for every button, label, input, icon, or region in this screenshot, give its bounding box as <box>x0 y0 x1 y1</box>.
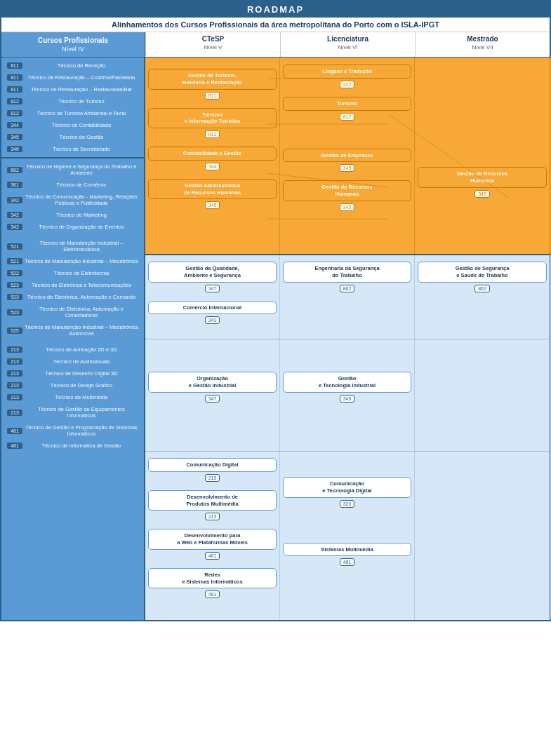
est-sub2-grid: Organizaçãoe Gestão Industrial 347 Gestã… <box>145 339 550 452</box>
esg-lic-col: Línguas e Tradução 222 Turismo 812 <box>280 58 415 254</box>
badge-345d: 345 <box>474 190 490 198</box>
mest-nivel: Nível VII <box>417 44 548 50</box>
est-sub3-mest <box>415 452 550 620</box>
est-sub1-lic: Engenharia da Segurançado Trabalho 862 <box>280 255 415 339</box>
box-dev-web: Desenvolvimento paraa Web e Plataformas … <box>148 529 277 550</box>
course-item: 521 Técnico de Manutenção Industrial – M… <box>4 256 141 266</box>
course-item: 812 Técnico de Turismo Ambiental e Rural <box>4 108 141 119</box>
box-turismo-info: Turismoe Informação Turística <box>148 108 277 129</box>
course-item: 812 Técnico de Turismo <box>4 96 141 107</box>
header-cursos: Cursos Profissionais Nível IV <box>1 32 145 57</box>
lic-label: Licenciatura <box>282 35 413 43</box>
left-panel: 811 Técnico de Receção 811 Técnico de Re… <box>1 58 145 620</box>
box-gestao-turismo: Gestão de Turismo,Hotelaria e Restauraçã… <box>148 69 277 90</box>
course-item: 213 Técnico de Design Gráfico <box>4 380 141 391</box>
box-turismo: Turismo <box>283 97 411 111</box>
course-item: 346 Técnico de Secretariado <box>4 144 141 154</box>
header-licenciatura: Licenciatura Nível VI <box>280 32 415 57</box>
badge-222: 222 <box>340 81 355 88</box>
est-sub3-grid: Comunicação Digital 213 Desenvolvimento … <box>145 452 550 620</box>
badge-213b: 213 <box>205 513 220 520</box>
course-item: 862 Técnico de Higiene e Segurança do Tr… <box>4 161 141 178</box>
cursos-label: Cursos Profissionais <box>4 36 142 44</box>
esg-courses-left: 811 Técnico de Receção 811 Técnico de Re… <box>1 58 144 157</box>
course-item: 342 Técnico de Organização de Eventos <box>4 222 141 232</box>
course-item: 523 Técnico de Eletrónica, Automação e C… <box>4 304 141 320</box>
badge-347b: 347 <box>205 395 220 403</box>
course-item: 811 Técnico de Restauração – Restaurante… <box>4 84 141 95</box>
course-item: 481 Técnico de Informática de Gestão <box>4 440 141 451</box>
box-gestao-tec-ind: Gestãoe Tecnologia Industrial <box>283 372 411 393</box>
course-item: 525 Técnico de Manutenção Industrial – M… <box>4 322 141 339</box>
badge-345b: 345 <box>340 164 355 172</box>
badge-344: 344 <box>205 163 220 170</box>
ctesp-nivel: Nível V <box>147 44 279 50</box>
est-sub2-ctesp: Organizaçãoe Gestão Industrial 347 <box>145 339 280 451</box>
badge-345: 345 <box>205 201 220 209</box>
box-sistemas-mult: Sistemas Multimédia <box>283 543 411 557</box>
badge-481a: 481 <box>205 552 220 560</box>
est-courses-3: 213 Técnico de Animação 2D e 3D 213 Técn… <box>1 342 144 454</box>
course-item: 213 Técnico de Gestão de Equipamentos In… <box>4 404 141 421</box>
badge-862b: 862 <box>474 285 490 292</box>
box-linguas-traducao: Línguas e Tradução <box>283 65 411 79</box>
course-item: 344 Técnico de Contabilidade <box>4 120 141 130</box>
mest-label: Mestrado <box>417 35 548 43</box>
course-item: 811 Técnico de Receção <box>4 60 141 71</box>
est-courses-1: 862 Técnico de Higiene e Segurança do Tr… <box>1 158 144 235</box>
box-gestao-empresas: Gestão de Empresas <box>283 149 411 163</box>
box-gestao-rh-mest: Gestão de RecursosHumanos <box>418 167 547 188</box>
badge-345c: 345 <box>340 203 355 211</box>
est-sub1-mest: Gestão de Segurançae Saúde do Trabalho 8… <box>415 255 550 339</box>
est-sub1-grid: Gestão da Qualidade,Ambiente e Segurança… <box>145 255 550 339</box>
box-com-digital: Comunicação Digital <box>148 458 277 472</box>
est-courses-2: 521 Técnico de Manutenção Industrial – E… <box>1 235 144 342</box>
est-sub2-mest <box>415 339 550 451</box>
badge-811: 811 <box>205 92 220 100</box>
badge-341: 341 <box>205 316 220 324</box>
box-redes-si: Redese Sistemas Informáticos <box>148 568 277 589</box>
box-comercio-int: Comércio Internacional <box>148 301 277 315</box>
title-text: ROADMAP <box>247 4 304 15</box>
lic-nivel: Nível VI <box>282 44 413 50</box>
box-gestao-rh: Gestão de RecursosHumanos <box>283 180 411 201</box>
badge-213a: 213 <box>205 474 220 482</box>
roadmap-container: ROADMAP Alinhamentos dos Cursos Profissi… <box>0 0 551 621</box>
box-gestao-qualidade: Gestão da Qualidade,Ambiente e Segurança <box>148 262 277 283</box>
course-item: 811 Técnico de Restauração – Cozinha/Pas… <box>4 72 141 83</box>
course-item: 522 Técnico de Eletrotecnia <box>4 268 141 278</box>
box-contabilidade-gestao: Contabilidade e Gestão <box>148 147 277 161</box>
box-gestao-adm: Gestão Administrativade Recursos Humanos <box>148 179 277 200</box>
badge-481c: 481 <box>340 558 355 566</box>
badge-345e: 345 <box>340 395 355 403</box>
header-ctesp: CTeSP Nível V <box>145 32 280 57</box>
course-item: 521 Técnico de Manutenção Industrial – E… <box>4 238 141 255</box>
course-item: 213 Técnico de Multimédia <box>4 392 141 403</box>
box-org-gestao-ind: Organizaçãoe Gestão Industrial <box>148 372 277 393</box>
course-item: 523 Técnico de Eletrónica, Automação e C… <box>4 292 141 302</box>
course-item: 481 Técnico de Gestão e Programação de S… <box>4 422 141 439</box>
roadmap-subtitle: Alinhamentos dos Cursos Profissionais da… <box>1 18 550 32</box>
badge-320: 320 <box>340 500 355 508</box>
est-section: Gestão da Qualidade,Ambiente e Segurança… <box>145 254 550 620</box>
course-item: 213 Técnico de Animação 2D e 3D <box>4 344 141 355</box>
main-content: 811 Técnico de Receção 811 Técnico de Re… <box>1 58 550 620</box>
esg-section: Gestão de Turismo,Hotelaria e Restauraçã… <box>145 58 550 254</box>
esg-grid: Gestão de Turismo,Hotelaria e Restauraçã… <box>145 58 550 254</box>
course-item: 213 Técnico de Audiovisuais <box>4 356 141 367</box>
est-sub2-lic: Gestãoe Tecnologia Industrial 345 <box>280 339 415 451</box>
cursos-nivel: Nível IV <box>4 46 142 53</box>
badge-481b: 481 <box>205 590 220 598</box>
course-item: 342 Técnico de Comunicação - Marketing, … <box>4 191 141 208</box>
esg-ctesp-col: Gestão de Turismo,Hotelaria e Restauraçã… <box>145 58 280 254</box>
course-item: 523 Técnico de Eletrónica e Telecomunica… <box>4 280 141 290</box>
roadmap-title: ROADMAP <box>1 1 550 18</box>
course-item: 342 Técnico de Marketing <box>4 210 141 220</box>
ctesp-label: CTeSP <box>147 35 279 43</box>
badge-812b: 812 <box>340 113 355 121</box>
column-headers: Cursos Profissionais Nível IV CTeSP Níve… <box>1 32 550 58</box>
est-sub3-lic: Comunicaçãoe Tecnologia Digital 320 Sist… <box>280 452 415 620</box>
right-section: Gestão de Turismo,Hotelaria e Restauraçã… <box>145 58 550 620</box>
est-sub1-ctesp: Gestão da Qualidade,Ambiente e Segurança… <box>145 255 280 339</box>
course-item: 213 Técnico de Desenho Digital 3D <box>4 368 141 379</box>
